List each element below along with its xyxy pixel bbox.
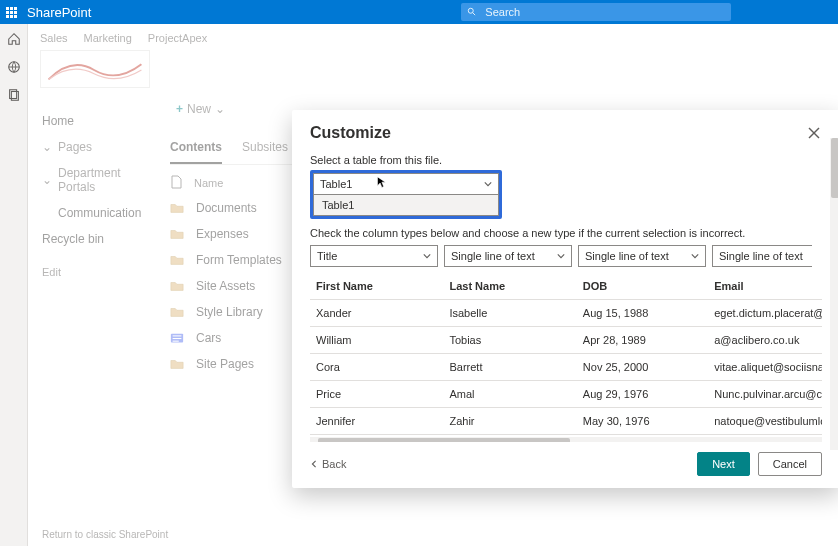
column-type-picker-1[interactable]: Single line of text xyxy=(444,245,572,267)
chevron-down-icon xyxy=(557,250,565,262)
table-cell: William xyxy=(310,327,443,354)
coltype-label: Title xyxy=(317,250,337,262)
table-cell: Cora xyxy=(310,354,443,381)
chevron-down-icon xyxy=(423,250,431,262)
cancel-button[interactable]: Cancel xyxy=(758,452,822,476)
dialog-scrollbar[interactable] xyxy=(830,138,838,450)
col-header-firstname: First Name xyxy=(310,273,443,300)
table-cell: Nov 25, 2000 xyxy=(577,354,708,381)
table-cell: Jennifer xyxy=(310,408,443,435)
files-icon[interactable] xyxy=(7,88,21,102)
table-row: PriceAmalAug 29, 1976Nunc.pulvinar.arcu@… xyxy=(310,381,822,408)
cursor-icon xyxy=(374,176,388,192)
table-cell: Isabelle xyxy=(443,300,576,327)
table-cell: Xander xyxy=(310,300,443,327)
coltype-label: Single line of text xyxy=(719,250,803,262)
column-type-picker-0[interactable]: Title xyxy=(310,245,438,267)
col-header-email: Email xyxy=(708,273,822,300)
chevron-down-icon xyxy=(691,250,699,262)
table-cell: natoque@vestibulumlc xyxy=(708,408,822,435)
table-select-label: Select a table from this file. xyxy=(310,154,822,166)
back-label: Back xyxy=(322,458,346,470)
table-cell: Amal xyxy=(443,381,576,408)
table-row: JenniferZahirMay 30, 1976natoque@vestibu… xyxy=(310,408,822,435)
column-type-row: Title Single line of text Single line of… xyxy=(310,245,822,267)
coltype-label: Single line of text xyxy=(585,250,669,262)
svg-point-0 xyxy=(469,8,474,13)
column-check-label: Check the column types below and choose … xyxy=(310,227,822,239)
preview-grid: First Name Last Name DOB Email XanderIsa… xyxy=(310,273,822,442)
suite-bar: SharePoint xyxy=(0,0,838,24)
chevron-down-icon xyxy=(484,178,492,190)
table-picker-value: Table1 xyxy=(320,178,352,190)
dialog-title: Customize xyxy=(310,124,391,142)
table-cell: vitae.aliquet@sociisnat xyxy=(708,354,822,381)
modal-overlay: Customize Select a table from this file.… xyxy=(28,24,838,546)
table-picker-highlight: Table1 Table1 xyxy=(310,170,502,219)
table-row: CoraBarrettNov 25, 2000vitae.aliquet@soc… xyxy=(310,354,822,381)
chevron-left-icon xyxy=(310,460,318,468)
brand-label: SharePoint xyxy=(27,5,91,20)
table-cell: Barrett xyxy=(443,354,576,381)
search-icon xyxy=(467,7,477,17)
table-row: WilliamTobiasApr 28, 1989a@aclibero.co.u… xyxy=(310,327,822,354)
app-launcher-icon[interactable] xyxy=(6,7,17,18)
column-type-picker-3[interactable]: Single line of text xyxy=(712,245,812,267)
close-icon xyxy=(808,127,820,139)
table-cell: a@aclibero.co.uk xyxy=(708,327,822,354)
next-button[interactable]: Next xyxy=(697,452,750,476)
close-button[interactable] xyxy=(806,125,822,141)
table-cell: Price xyxy=(310,381,443,408)
table-row: XanderIsabelleAug 15, 1988eget.dictum.pl… xyxy=(310,300,822,327)
table-cell: Tobias xyxy=(443,327,576,354)
back-button[interactable]: Back xyxy=(310,458,346,470)
column-type-picker-2[interactable]: Single line of text xyxy=(578,245,706,267)
table-cell: eget.dictum.placerat@c xyxy=(708,300,822,327)
search-input[interactable] xyxy=(483,5,725,19)
home-icon[interactable] xyxy=(7,32,21,46)
table-cell: Aug 29, 1976 xyxy=(577,381,708,408)
search-box[interactable] xyxy=(461,3,731,21)
col-header-lastname: Last Name xyxy=(443,273,576,300)
globe-icon[interactable] xyxy=(7,60,21,74)
table-cell: May 30, 1976 xyxy=(577,408,708,435)
customize-dialog: Customize Select a table from this file.… xyxy=(292,110,838,488)
app-rail xyxy=(0,24,28,546)
coltype-label: Single line of text xyxy=(451,250,535,262)
table-picker[interactable]: Table1 xyxy=(313,173,499,195)
svg-line-1 xyxy=(473,13,476,16)
table-cell: Nunc.pulvinar.arcu@co xyxy=(708,381,822,408)
table-cell: Zahir xyxy=(443,408,576,435)
table-cell: Apr 28, 1989 xyxy=(577,327,708,354)
horizontal-scrollbar[interactable] xyxy=(310,437,822,442)
col-header-dob: DOB xyxy=(577,273,708,300)
table-cell: Aug 15, 1988 xyxy=(577,300,708,327)
table-option[interactable]: Table1 xyxy=(313,195,499,216)
